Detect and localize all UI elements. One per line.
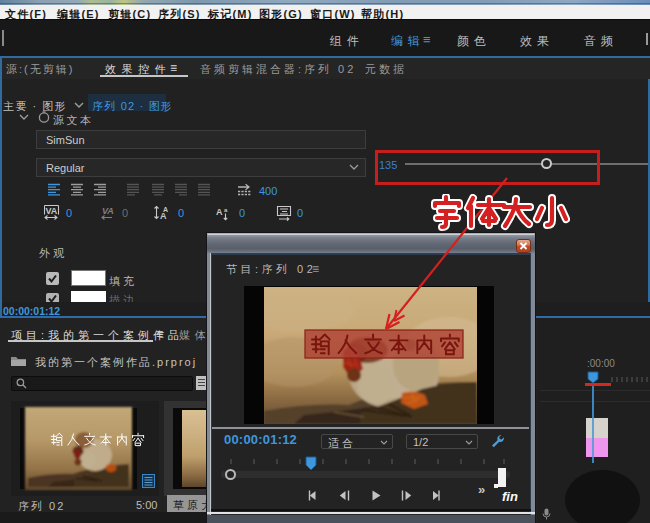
svg-text:VA: VA [102, 206, 114, 216]
svg-text:a: a [224, 207, 228, 213]
svg-text:A: A [163, 206, 168, 213]
svg-text:A: A [216, 207, 223, 217]
svg-text:VA: VA [46, 206, 58, 216]
